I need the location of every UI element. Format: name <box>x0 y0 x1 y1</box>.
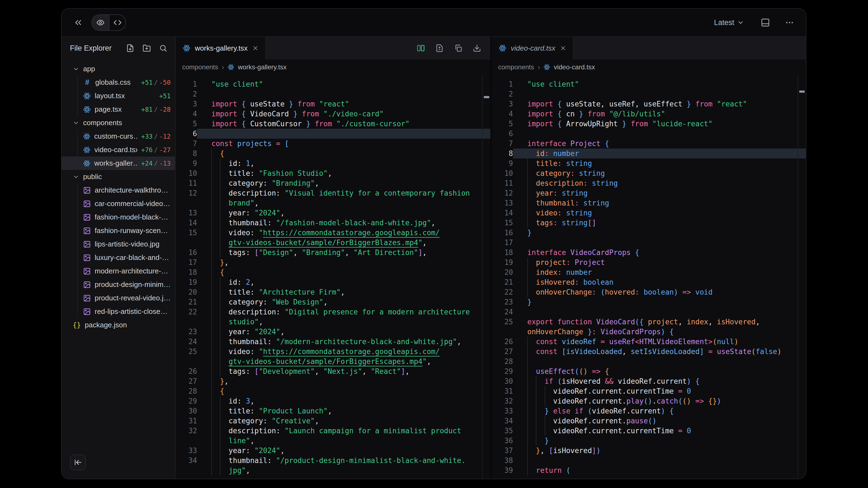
code-line[interactable] <box>197 129 490 139</box>
code-line[interactable]: title: string <box>513 158 806 168</box>
tree-file-architecture-walkthro[interactable]: architecture-walkthro… <box>62 184 175 197</box>
tree-file-red-lips-artistic-close[interactable]: red-lips-artistic-close… <box>62 305 175 318</box>
code-line[interactable]: category: "Branding", <box>197 178 490 188</box>
code-line[interactable]: project: Project <box>513 258 806 267</box>
new-folder-button[interactable] <box>143 44 151 52</box>
code-line[interactable]: title: "Fashion Studio", <box>197 168 490 178</box>
code-line[interactable]: isHovered: boolean <box>513 277 806 287</box>
collapse-panel-button[interactable] <box>73 18 83 28</box>
code-line[interactable]: title: "Architecture Firm", <box>197 287 490 297</box>
copy-button[interactable] <box>454 44 462 52</box>
code-line[interactable]: year: "2024", <box>197 446 490 456</box>
code-editor-right[interactable]: 1"use client"23import { useState, useRef… <box>492 75 806 479</box>
code-line[interactable]: thumbnail: string <box>513 198 806 208</box>
code-line[interactable]: description: "Launch campaign for a mini… <box>197 426 490 436</box>
code-line[interactable]: if (isHovered && videoRef.current) { <box>513 376 806 386</box>
tab-works-gallery.tsx[interactable]: works-gallery.tsx <box>176 37 266 59</box>
code-line[interactable]: year: "2024", <box>197 327 490 337</box>
code-line[interactable]: return ( <box>513 465 806 475</box>
code-line[interactable]: id: 1, <box>197 158 490 168</box>
tree-file-modern-architecture[interactable]: modern-architecture-… <box>62 264 175 278</box>
tree-file-custom-curs[interactable]: custom-curs…+33/-12 <box>62 130 175 143</box>
code-line[interactable] <box>513 129 806 139</box>
code-line[interactable]: { <box>197 149 490 158</box>
code-toggle-button[interactable] <box>110 15 125 30</box>
download-button[interactable] <box>473 44 481 52</box>
code-line[interactable]: }, <box>197 258 490 267</box>
code-line[interactable]: video: "https://commondatastorage.google… <box>197 228 490 238</box>
tree-folder-public[interactable]: public <box>62 170 175 184</box>
tree-file-fashion-model-black[interactable]: fashion-model-black-… <box>62 210 175 224</box>
code-line[interactable]: videoRef.current.play().catch(() => {}) <box>513 396 806 406</box>
code-line[interactable]: thumbnail: "/modern-architecture-black-a… <box>197 337 490 347</box>
code-line[interactable]: interface Project { <box>513 139 806 149</box>
code-line[interactable] <box>197 89 490 99</box>
code-line[interactable]: videoRef.current.pause() <box>513 416 806 426</box>
code-line[interactable]: { <box>197 386 490 396</box>
tree-file-video-card.tsx[interactable]: video-card.tsx+76/-27 <box>62 143 175 157</box>
close-tab-button[interactable] <box>560 45 566 52</box>
split-view-button[interactable] <box>417 44 425 52</box>
code-line[interactable]: id: 3, <box>197 396 490 406</box>
code-line[interactable]: description: string <box>513 178 806 188</box>
code-line[interactable]: tags: ["Design", "Branding", "Art Direct… <box>197 248 490 258</box>
code-line[interactable]: jpg", <box>197 465 490 475</box>
code-line[interactable]: onHoverChange: (hovered: boolean) => voi… <box>513 287 806 297</box>
code-line[interactable]: title: "Product Launch", <box>197 406 490 416</box>
code-line[interactable]: videoRef.current.currentTime = 0 <box>513 426 806 436</box>
code-line[interactable]: useEffect(() => { <box>513 366 806 376</box>
tree-file-layout.tsx[interactable]: layout.tsx+51 <box>62 89 175 103</box>
code-line[interactable] <box>513 307 806 317</box>
code-line[interactable]: year: string <box>513 188 806 198</box>
code-line[interactable]: videoRef.current.currentTime = 0 <box>513 386 806 396</box>
code-line[interactable] <box>513 238 806 248</box>
close-tab-button[interactable] <box>252 45 259 52</box>
code-line[interactable]: tags: ["Development", "Next.js", "React"… <box>197 366 490 376</box>
code-line[interactable]: import { cn } from "@/lib/utils" <box>513 109 806 119</box>
code-line[interactable]: onHoverChange }: VideoCardProps) { <box>513 327 806 337</box>
preview-toggle-button[interactable] <box>92 15 110 30</box>
code-line[interactable]: }, <box>197 376 490 386</box>
code-line[interactable]: video: "https://commondatastorage.google… <box>197 347 490 357</box>
search-files-button[interactable] <box>159 44 167 52</box>
code-line[interactable]: import { VideoCard } from "./video-card" <box>197 109 490 119</box>
code-line[interactable]: category: "Creative", <box>197 416 490 426</box>
more-options-button[interactable] <box>785 18 794 27</box>
tree-file-package.json[interactable]: {}package.json <box>62 318 175 332</box>
tree-file-fashion-runway-scen[interactable]: fashion-runway-scen… <box>62 224 175 237</box>
code-line[interactable] <box>513 357 806 366</box>
code-line[interactable]: line", <box>197 436 490 446</box>
code-line[interactable]: category: string <box>513 168 806 178</box>
panel-layout-button[interactable] <box>761 18 770 27</box>
code-line[interactable]: import { CustomCursor } from "./custom-c… <box>197 119 490 129</box>
code-line[interactable]: }, [isHovered]) <box>513 446 806 456</box>
code-line[interactable]: thumbnail: "/product-design-minimalist-b… <box>197 456 490 465</box>
code-line[interactable]: gtv-videos-bucket/sample/ForBiggerEscape… <box>197 357 490 366</box>
scrollbar-track[interactable] <box>798 75 806 479</box>
code-line[interactable]: const videoRef = useRef<HTMLVideoElement… <box>513 337 806 347</box>
tree-file-page.tsx[interactable]: page.tsx+81/-28 <box>62 103 175 116</box>
code-line[interactable]: } else if (videoRef.current) { <box>513 406 806 416</box>
code-line[interactable]: export function VideoCard({ project, ind… <box>513 317 806 327</box>
file-diff-button[interactable] <box>435 44 444 52</box>
code-line[interactable]: id: number <box>513 149 806 158</box>
new-file-button[interactable] <box>126 44 134 52</box>
code-line[interactable]: video: string <box>513 208 806 218</box>
breadcrumb-file[interactable]: video-card.tsx <box>554 63 595 71</box>
breadcrumb-folder[interactable]: components <box>498 63 534 71</box>
tree-file-luxury-car-black-and[interactable]: luxury-car-black-and-… <box>62 251 175 264</box>
scrollbar-thumb[interactable] <box>484 96 489 98</box>
scrollbar-thumb[interactable] <box>799 91 805 93</box>
code-line[interactable]: description: "Digital presence for a mod… <box>197 307 490 317</box>
code-line[interactable] <box>513 456 806 465</box>
code-line[interactable]: import { ArrowUpRight } from "lucide-rea… <box>513 119 806 129</box>
code-line[interactable]: description: "Visual identity for a cont… <box>197 188 490 198</box>
code-line[interactable]: "use client" <box>197 79 490 89</box>
tree-file-globals.css[interactable]: #globals.css+51/-50 <box>62 76 175 89</box>
code-line[interactable]: const projects = [ <box>197 139 490 149</box>
code-line[interactable]: } <box>513 297 806 307</box>
tree-folder-app[interactable]: app <box>62 62 175 76</box>
code-line[interactable]: { <box>197 267 490 277</box>
code-line[interactable]: tags: string[] <box>513 218 806 228</box>
version-selector[interactable]: Latest <box>712 18 746 27</box>
